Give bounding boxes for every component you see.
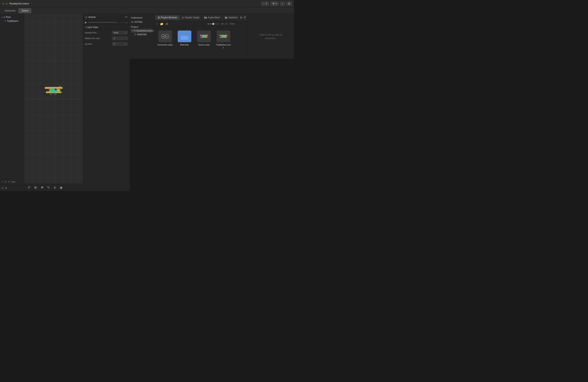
tree-item-root[interactable]: ▾ ⊕ Root [0, 15, 24, 19]
panel-header: ◫ Scene ••• [83, 14, 129, 20]
file-thumb-scene [197, 31, 211, 42]
svg-point-39 [224, 38, 225, 39]
file-item-toybiplane[interactable]: ToyBiplane.usdz [215, 29, 232, 50]
move-tool[interactable]: ✥ [40, 185, 44, 190]
svg-point-28 [202, 38, 203, 39]
default-prim-dropdown[interactable]: Root ▾ [112, 31, 127, 34]
viewport: ↺ ⊕ ✥ ↻ ⊕ ▣ [24, 14, 83, 191]
file-item-immersive[interactable]: Immersive.usda [156, 29, 174, 50]
thumbnail-size-slider[interactable] [207, 23, 219, 24]
tree-item-toybiplane[interactable]: ✦ ToyBiplane [0, 19, 24, 23]
audio-mixer-label: Audio Mixer [208, 16, 220, 19]
lower-area: Collections ⊞ All Files Project ▾ ⊕ Real… [129, 14, 294, 59]
materials-label: Materials [137, 33, 147, 36]
layout-icon: ⊞ [288, 2, 290, 5]
hide-panel-icon[interactable]: ⊟ [1, 187, 3, 190]
timeline-bar: ▶ – – – ••• [83, 20, 129, 25]
layer-data-section[interactable]: ▾ Layer Data [83, 25, 129, 30]
scene-icon: ◫ [85, 16, 87, 19]
menu-icon[interactable]: ≡ [2, 2, 4, 5]
panel-menu-btn[interactable]: ••• [125, 16, 127, 19]
svg-rect-15 [45, 88, 63, 88]
back-forward-btn[interactable]: ← ▾ [261, 1, 269, 6]
meters-per-unit-value: 1 [114, 37, 115, 40]
add-btn[interactable]: + [280, 2, 285, 6]
default-prim-label: Default Prim [85, 32, 112, 34]
svg-rect-16 [46, 92, 62, 93]
file-properties-panel: Select a file to view itsproperties. [247, 14, 294, 59]
up-axis-dropdown[interactable]: Y ▾ [112, 42, 127, 46]
immersive-thumb-svg [160, 32, 170, 41]
viewport-canvas[interactable] [24, 14, 83, 184]
sort-btn[interactable]: ↕ ▾ [221, 22, 223, 25]
tree-label-toybiplane: ToyBiplane [7, 20, 18, 22]
up-axis-label: Up Axis [85, 43, 112, 45]
root-icon: ⊕ [3, 16, 5, 19]
camera-btn[interactable]: 📷 ▾ [271, 1, 279, 6]
filter-toggle-icon: ▾ [8, 180, 9, 183]
svg-point-21 [166, 36, 168, 37]
view-target-icon[interactable]: ⊙ [225, 22, 227, 25]
tab-audio-mixer[interactable]: ▮▮ Audio Mixer [202, 15, 222, 20]
file-properties-placeholder: Select a file to view itsproperties. [259, 33, 282, 40]
tab-immersive[interactable]: Immersive [1, 8, 19, 13]
layout-btn[interactable]: ⊞ [286, 1, 292, 6]
top-tab-bar: Immersive Scene [0, 7, 294, 14]
folder-thumb-svg [180, 32, 189, 41]
collections-label: Collections [131, 16, 152, 20]
filter-input[interactable] [230, 22, 245, 25]
rkassets-item[interactable]: ▾ ⊕ RealityKitContent.rkassets [131, 29, 152, 32]
tree-label-root: Root [6, 16, 11, 19]
timeline-progress[interactable] [88, 22, 117, 23]
biplane-svg [42, 83, 65, 98]
all-files-label: All Files [134, 21, 143, 23]
svg-point-29 [204, 38, 205, 39]
show-panel-icon[interactable]: ⊞ [5, 187, 7, 190]
file-thumb-toybiplane [217, 31, 230, 42]
file-item-materials[interactable]: Materials [176, 29, 193, 50]
tab-project-browser[interactable]: ⊞ Project Browser [156, 15, 180, 20]
add-tool[interactable]: ⊕ [33, 185, 38, 191]
rotate-tool[interactable]: ↺ [27, 185, 31, 190]
sidebar-view-toggles: ⊟ ⊞ [0, 185, 24, 191]
warning-icon: ⚠ [5, 2, 8, 5]
share-btn[interactable]: ↑ [156, 22, 158, 26]
materials-item[interactable]: ⊟ Materials [131, 32, 152, 36]
biplane-object[interactable] [42, 83, 65, 98]
layer-data-title: Layer Data [87, 26, 98, 29]
camera-view-tool[interactable]: ▣ [59, 185, 63, 190]
meters-per-unit-label: Meters Per Unit [85, 37, 112, 40]
vertical-line [54, 14, 54, 184]
meters-per-unit-input[interactable]: 1 [112, 37, 127, 40]
shader-graph-label: Shader Graph [185, 16, 199, 19]
plus-icon: + [282, 2, 283, 5]
svg-rect-17 [60, 85, 60, 87]
bottom-tab-bar: ⊞ Project Browser ◎ Shader Graph ▮▮ Audi… [154, 14, 247, 21]
camera-chevron: ▾ [276, 2, 277, 5]
settings-btn[interactable]: ⚙ [165, 22, 168, 26]
file-item-scene[interactable]: Scene.usda [195, 29, 213, 50]
file-thumb-materials [178, 31, 191, 42]
up-axis-row: Up Axis Y ▾ [83, 41, 129, 47]
tab-shader-graph[interactable]: ◎ Shader Graph [179, 15, 202, 20]
target-btn[interactable]: ⊙ [4, 180, 7, 183]
file-label-scene: Scene.usda [198, 43, 210, 46]
scene-hierarchy-sidebar: ▾ ⊕ Root ✦ ToyBiplane + ⊙ ▾ Filter [0, 14, 24, 191]
rotate2-tool[interactable]: ↻ [46, 185, 51, 190]
new-folder-btn[interactable]: 📁 [160, 22, 164, 26]
list-view-btn[interactable]: ☰ [244, 16, 246, 19]
tab-scene[interactable]: Scene [19, 8, 31, 13]
audio-mixer-icon: ▮▮ [204, 16, 207, 19]
tab-statistics[interactable]: ▮▮ Statistics [222, 15, 240, 20]
scale-tool[interactable]: ⊕ [53, 185, 57, 190]
timeline-dash3: – [123, 21, 124, 23]
grid-view-btn[interactable]: ⊞ [240, 16, 242, 19]
timeline-more[interactable]: ••• [125, 21, 127, 23]
svg-rect-13 [55, 93, 55, 94]
play-btn[interactable]: ▶ [85, 21, 87, 24]
upper-area: ▾ ⊕ Root ✦ ToyBiplane + ⊙ ▾ Filter [0, 14, 129, 191]
panel-title: Scene [88, 16, 124, 19]
all-files-item[interactable]: ⊞ All Files [131, 20, 152, 24]
add-item-btn[interactable]: + [1, 180, 3, 183]
svg-point-14 [54, 89, 57, 90]
